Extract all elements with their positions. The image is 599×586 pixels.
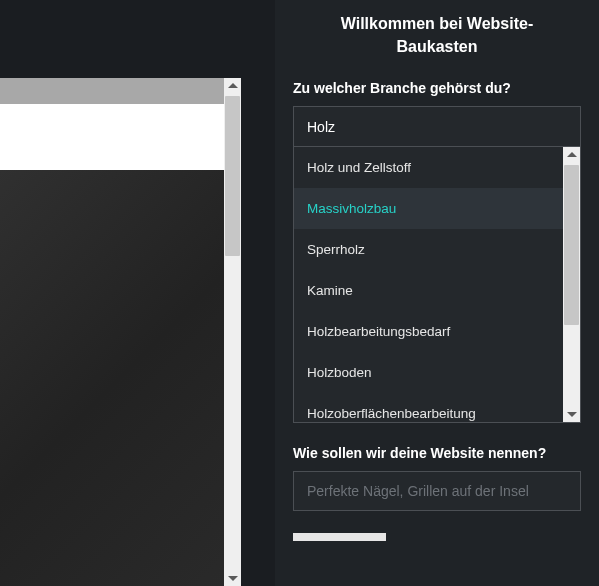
- industry-option[interactable]: Holzbearbeitungsbedarf: [294, 311, 563, 352]
- industry-option[interactable]: Sperrholz: [294, 229, 563, 270]
- sitename-question: Wie sollen wir deine Website nennen?: [293, 445, 581, 461]
- industry-option[interactable]: Holzboden: [294, 352, 563, 393]
- wizard-panel: Willkommen bei Website- Baukasten Zu wel…: [275, 0, 599, 586]
- main-layout: Willkommen bei Website- Baukasten Zu wel…: [0, 0, 599, 586]
- scroll-up-icon[interactable]: [567, 152, 577, 157]
- industry-option[interactable]: Holzoberflächenbearbeitung: [294, 393, 563, 422]
- preview-scrollbar[interactable]: [224, 78, 241, 586]
- scroll-down-icon[interactable]: [567, 412, 577, 417]
- preview-header-bar: [0, 78, 240, 104]
- industry-option[interactable]: Massivholzbau: [294, 188, 563, 229]
- preview-panel: [0, 0, 275, 586]
- preview-hero-area: [0, 170, 240, 586]
- dropdown-scrollbar[interactable]: [563, 147, 580, 422]
- industry-dropdown: Holz und ZellstoffMassivholzbauSperrholz…: [293, 106, 581, 423]
- scroll-up-icon[interactable]: [228, 83, 238, 88]
- industry-question: Zu welcher Branche gehörst du?: [293, 80, 581, 96]
- continue-button[interactable]: Fortfahren: [293, 533, 386, 541]
- industry-dropdown-list: Holz und ZellstoffMassivholzbauSperrholz…: [293, 146, 581, 423]
- welcome-title-line1: Willkommen bei Website-: [341, 15, 533, 32]
- sitename-input[interactable]: [293, 471, 581, 511]
- welcome-title: Willkommen bei Website- Baukasten: [293, 12, 581, 58]
- dropdown-scroll-thumb[interactable]: [564, 165, 579, 325]
- welcome-title-line2: Baukasten: [397, 38, 478, 55]
- industry-option[interactable]: Holz und Zellstoff: [294, 147, 563, 188]
- scroll-down-icon[interactable]: [228, 576, 238, 581]
- preview-white-section: [0, 104, 240, 170]
- continue-button-container: Fortfahren: [293, 533, 581, 541]
- industry-option[interactable]: Kamine: [294, 270, 563, 311]
- preview-scroll-thumb[interactable]: [225, 96, 240, 256]
- industry-search-input[interactable]: [293, 106, 581, 146]
- site-preview: [0, 78, 240, 586]
